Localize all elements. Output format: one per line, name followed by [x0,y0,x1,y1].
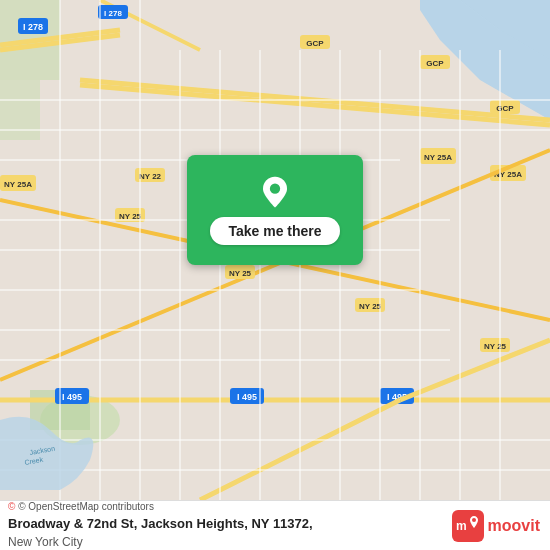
green-action-box: Take me there [187,155,363,265]
footer-left: © © OpenStreetMap contributors Broadway … [8,501,313,550]
copyright-symbol: © [8,501,15,512]
location-line1: Broadway & 72nd St, Jackson Heights, NY … [8,516,313,531]
svg-text:NY 25: NY 25 [229,269,252,278]
svg-point-77 [472,518,476,522]
svg-text:NY 25A: NY 25A [4,180,32,189]
moovit-text: moovit [488,517,540,535]
svg-text:I 495: I 495 [237,392,257,402]
svg-text:I 278: I 278 [104,9,122,18]
svg-text:I 278: I 278 [23,22,43,32]
osm-credit: © © OpenStreetMap contributors [8,501,313,512]
take-me-there-button[interactable]: Take me there [210,217,339,245]
svg-text:m: m [456,519,467,533]
svg-text:NY 25A: NY 25A [424,153,452,162]
svg-point-74 [270,184,280,194]
svg-text:GCP: GCP [426,59,444,68]
navigation-prompt: Take me there [187,155,363,265]
svg-rect-4 [0,80,40,140]
footer-bar: © © OpenStreetMap contributors Broadway … [0,500,550,550]
location-pin-icon [257,175,293,211]
moovit-logo: m moovit [452,510,540,542]
map-view: I 278 NY 25A NY 25A NY 25A GCP GCP GCP I… [0,0,550,500]
osm-credit-text: © OpenStreetMap contributors [18,501,154,512]
location-line2: New York City [8,535,83,549]
svg-text:GCP: GCP [306,39,324,48]
svg-text:NY 22: NY 22 [139,172,162,181]
svg-text:GCP: GCP [496,104,514,113]
svg-text:I 495: I 495 [62,392,82,402]
svg-text:NY 25: NY 25 [484,342,507,351]
moovit-icon: m [452,510,484,542]
location-info: Broadway & 72nd St, Jackson Heights, NY … [8,514,313,550]
svg-text:NY 25: NY 25 [359,302,382,311]
